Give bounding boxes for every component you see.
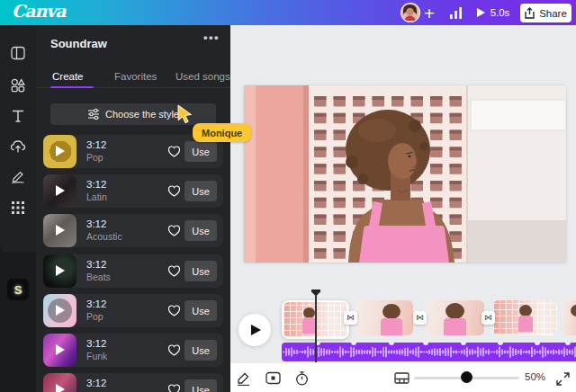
use-button[interactable]: Use [184, 300, 217, 321]
video-frame[interactable] [244, 85, 566, 263]
track-thumbnail[interactable] [43, 294, 76, 327]
track-genre: Funk [86, 351, 107, 361]
timeline-clip-2[interactable] [356, 300, 413, 335]
favorite-icon[interactable] [166, 343, 182, 358]
share-button[interactable]: Share [520, 4, 572, 22]
use-button[interactable]: Use [184, 340, 217, 361]
transition-button[interactable]: ⋈ [344, 311, 357, 325]
use-button[interactable]: Use [184, 379, 217, 392]
insights-icon[interactable] [446, 0, 464, 25]
transition-icon: ⋈ [416, 314, 424, 322]
transition-button[interactable]: ⋈ [413, 311, 427, 325]
filters-icon [87, 108, 100, 120]
track-thumbnail[interactable] [43, 373, 76, 392]
track-row[interactable]: 3:12 Use [43, 373, 223, 392]
duration-label: 5.0s [490, 7, 510, 18]
timeline-clip-3[interactable] [426, 300, 484, 335]
zoom-level: 50% [525, 371, 545, 382]
track-duration: 3:12 [86, 378, 106, 388]
tab-used-songs[interactable]: Used songs [176, 71, 230, 82]
transition-button[interactable]: ⋈ [482, 311, 495, 325]
track-duration: 3:12 [86, 139, 106, 150]
track-genre: Beats [86, 272, 111, 282]
track-duration: 3:12 [86, 298, 106, 309]
playhead-line[interactable] [315, 295, 317, 362]
sidebar-item-soundraw[interactable]: S [7, 279, 29, 300]
play-icon [56, 344, 65, 355]
timeline-play-button[interactable] [238, 314, 271, 346]
track-genre: Latin [86, 192, 107, 202]
track-row[interactable]: 3:12 Beats Use [43, 254, 223, 288]
favorite-icon[interactable] [166, 183, 182, 199]
preview-button[interactable]: 5.0s [474, 0, 512, 25]
zoom-slider-knob[interactable] [461, 371, 472, 383]
favorite-icon[interactable] [166, 303, 182, 318]
track-duration: 3:12 [86, 179, 107, 190]
use-button[interactable]: Use [184, 181, 217, 201]
track-row[interactable]: 3:12 Latin Use [43, 174, 223, 208]
use-button[interactable]: Use [184, 261, 217, 281]
video-still-image [244, 85, 566, 263]
sidebar-item-design[interactable] [10, 45, 26, 61]
clip-figure [381, 318, 402, 335]
track-genre: Pop [86, 152, 106, 163]
avatar-image [401, 4, 418, 21]
track-thumbnail[interactable] [43, 214, 76, 247]
sidebar-item-draw[interactable] [10, 168, 26, 184]
sidebar-item-apps[interactable] [10, 200, 26, 216]
panel-menu-icon[interactable]: ••• [203, 31, 220, 44]
clip-figure [382, 304, 400, 319]
use-button[interactable]: Use [184, 141, 217, 162]
play-icon [56, 305, 65, 316]
favorite-icon[interactable] [166, 223, 182, 238]
panel-title: Soundraw [50, 37, 107, 50]
track-row[interactable]: 3:12 Pop Use [43, 294, 223, 327]
tab-create[interactable]: Create [52, 71, 84, 82]
share-label: Share [539, 8, 567, 19]
canva-logo[interactable]: Canva [12, 1, 66, 21]
play-icon [56, 146, 65, 156]
timeline-clip-5[interactable] [562, 300, 576, 335]
play-icon [56, 384, 65, 392]
timer-icon[interactable] [294, 370, 310, 386]
pages-grid-icon[interactable] [394, 370, 410, 386]
play-icon [251, 325, 261, 335]
sidebar-rail: S [0, 25, 36, 392]
present-video-icon[interactable] [266, 370, 281, 386]
clip-figure [444, 318, 466, 335]
clip-figure [302, 317, 316, 334]
transition-icon: ⋈ [484, 314, 492, 322]
transition-icon: ⋈ [346, 314, 355, 322]
track-thumbnail[interactable] [43, 135, 76, 168]
track-thumbnail[interactable] [43, 334, 76, 367]
timeline-clip-4[interactable] [493, 300, 557, 335]
share-icon [525, 7, 535, 19]
track-duration: 3:12 [86, 259, 111, 270]
collaborator-name: Monique [202, 128, 242, 138]
favorite-icon[interactable] [166, 382, 182, 392]
use-button[interactable]: Use [184, 220, 217, 241]
audio-track-waveform[interactable] [282, 343, 576, 361]
play-icon [477, 8, 485, 17]
collaborator-cursor-icon [176, 104, 198, 126]
sidebar-item-elements[interactable] [10, 77, 26, 94]
fullscreen-icon[interactable] [555, 371, 571, 387]
favorite-icon[interactable] [166, 263, 182, 279]
track-row[interactable]: 3:12 Funk Use [43, 334, 223, 367]
track-row[interactable]: 3:12 Acoustic Use [43, 214, 223, 247]
add-button[interactable]: + [421, 0, 437, 25]
play-icon [56, 265, 65, 276]
track-thumbnail[interactable] [43, 254, 76, 288]
track-thumbnail[interactable] [43, 174, 76, 208]
favorite-icon[interactable] [166, 144, 182, 159]
sidebar-item-text[interactable] [10, 108, 26, 124]
bar-chart-icon [449, 6, 463, 20]
soundraw-app-icon: S [14, 283, 22, 297]
sidebar-item-uploads[interactable] [10, 138, 26, 155]
clip-figure [446, 303, 464, 319]
collaborator-name-badge: Monique [193, 123, 251, 142]
soundraw-panel: Soundraw ••• Create Favorites Used songs… [36, 25, 230, 392]
avatar[interactable] [400, 3, 420, 22]
tab-favorites[interactable]: Favorites [114, 71, 157, 82]
notes-icon[interactable] [236, 370, 251, 386]
